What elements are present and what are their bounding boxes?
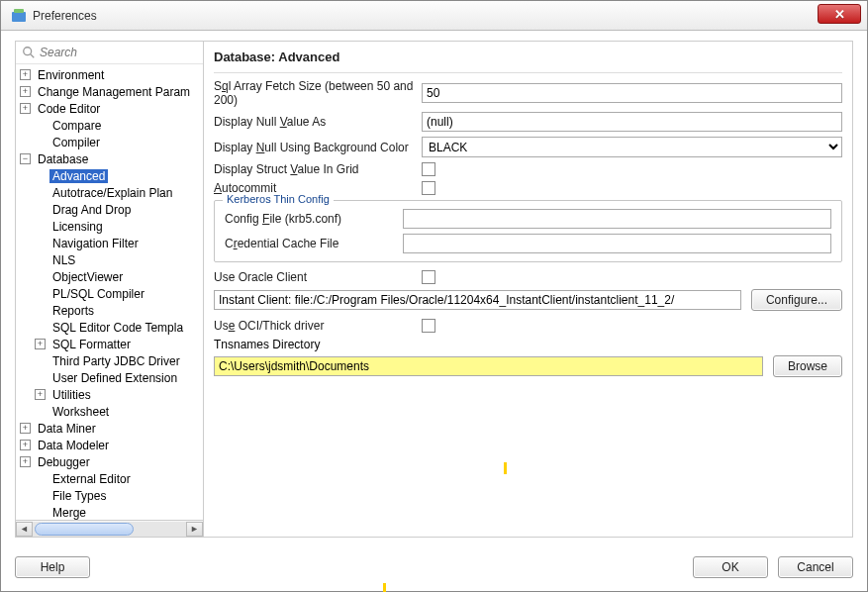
tree-item[interactable]: +Utilities: [16, 386, 203, 403]
tns-label: Tnsnames Directory: [214, 338, 320, 351]
tree-item[interactable]: File Types: [16, 487, 203, 504]
kerberos-cred-label: Credential Cache File: [225, 237, 403, 250]
search-row: [16, 42, 203, 64]
instant-client-input[interactable]: [214, 290, 741, 310]
category-tree[interactable]: +Environment+Change Management Param+Cod…: [16, 64, 203, 520]
null-value-input[interactable]: [422, 112, 842, 132]
tree-item[interactable]: ObjectViewer: [16, 268, 203, 285]
fetch-size-input[interactable]: [422, 83, 842, 103]
tree-item-label: Environment: [35, 68, 107, 82]
tree-item[interactable]: +Code Editor: [16, 100, 203, 117]
use-oracle-checkbox[interactable]: [422, 270, 435, 284]
tns-input[interactable]: [214, 356, 763, 376]
null-bg-select[interactable]: BLACK: [422, 137, 842, 157]
tns-row: Browse: [214, 355, 842, 377]
tree-item[interactable]: +Environment: [16, 66, 203, 83]
inner-frame: +Environment+Change Management Param+Cod…: [15, 41, 853, 538]
scroll-right-arrow[interactable]: ►: [186, 522, 203, 537]
tree-item[interactable]: +Change Management Param: [16, 83, 203, 100]
cancel-button[interactable]: Cancel: [778, 556, 853, 578]
tree-twisty-icon[interactable]: +: [20, 103, 31, 114]
tree-item[interactable]: −Database: [16, 150, 203, 167]
tree-item[interactable]: Navigation Filter: [16, 235, 203, 251]
tree-item[interactable]: SQL Editor Code Templa: [16, 319, 203, 336]
tree-item[interactable]: Merge: [16, 504, 203, 520]
tree-item-label: Third Party JDBC Driver: [49, 354, 183, 368]
fetch-size-row: Sql Array Fetch Size (between 50 and 200…: [214, 79, 842, 107]
search-input[interactable]: [40, 46, 197, 59]
tree-item-label: Data Miner: [35, 422, 99, 436]
tree-item[interactable]: +Debugger: [16, 453, 203, 470]
struct-checkbox[interactable]: [422, 162, 435, 176]
fetch-size-label: Sql Array Fetch Size (between 50 and 200…: [214, 79, 422, 107]
tree-twisty-icon[interactable]: +: [20, 69, 31, 80]
kerberos-group: Kerberos Thin Config Config File (krb5.c…: [214, 200, 842, 262]
horizontal-scrollbar[interactable]: ◄ ►: [16, 520, 203, 537]
browse-button[interactable]: Browse: [773, 355, 842, 377]
tree-item-label: Licensing: [49, 220, 106, 234]
tree-twisty-icon[interactable]: +: [20, 456, 31, 467]
titlebar: Preferences ✕: [1, 1, 867, 31]
scroll-left-arrow[interactable]: ◄: [16, 522, 33, 537]
configure-button[interactable]: Configure...: [751, 289, 842, 311]
tree-item[interactable]: Advanced: [16, 167, 203, 184]
svg-rect-0: [12, 12, 26, 22]
tree-item[interactable]: Compare: [16, 117, 203, 134]
tree-item-label: Change Management Param: [35, 85, 193, 99]
kerberos-config-input[interactable]: [403, 209, 831, 229]
tree-item-label: External Editor: [49, 472, 134, 486]
tree-item[interactable]: NLS: [16, 251, 203, 268]
tree-item[interactable]: Autotrace/Explain Plan: [16, 184, 203, 201]
close-icon: ✕: [834, 7, 845, 22]
ok-button[interactable]: OK: [693, 556, 768, 578]
tree-item[interactable]: +SQL Formatter: [16, 336, 203, 352]
scroll-track[interactable]: [33, 522, 186, 537]
search-icon: [22, 46, 36, 59]
tree-item-label: Compare: [49, 119, 104, 133]
tree-item-label: Worksheet: [49, 405, 112, 419]
help-button[interactable]: Help: [15, 556, 90, 578]
content-area: +Environment+Change Management Param+Cod…: [1, 31, 867, 591]
preferences-window: Preferences ✕ +Environment+Change Manage…: [0, 0, 868, 592]
tree-item[interactable]: +Data Modeler: [16, 437, 203, 453]
tree-twisty-icon[interactable]: −: [20, 153, 31, 164]
kerberos-cred-input[interactable]: [403, 234, 831, 253]
tree-twisty-icon[interactable]: +: [20, 423, 31, 434]
tree-item[interactable]: Licensing: [16, 218, 203, 235]
autocommit-checkbox[interactable]: [422, 181, 435, 195]
tree-item-label: Autotrace/Explain Plan: [49, 186, 175, 200]
tree-twisty-icon[interactable]: +: [35, 389, 46, 400]
scroll-thumb[interactable]: [35, 523, 134, 536]
tree-item-label: Navigation Filter: [49, 237, 142, 250]
page-heading: Database: Advanced: [214, 46, 842, 73]
null-bg-label: Display Null Using Background Color: [214, 141, 422, 154]
tree-item[interactable]: Reports: [16, 302, 203, 319]
use-oracle-row: Use Oracle Client: [214, 270, 842, 284]
tree-item[interactable]: User Defined Extension: [16, 369, 203, 386]
tree-twisty-icon[interactable]: +: [20, 440, 31, 450]
tree-item-label: PL/SQL Compiler: [49, 287, 147, 301]
tree-item[interactable]: Third Party JDBC Driver: [16, 352, 203, 369]
tree-item-label: Database: [35, 152, 91, 166]
tree-twisty-icon[interactable]: +: [20, 86, 31, 97]
tree-item[interactable]: +Data Miner: [16, 420, 203, 437]
tree-item[interactable]: Drag And Drop: [16, 201, 203, 218]
tree-item[interactable]: Compiler: [16, 134, 203, 150]
tree-item-label: SQL Editor Code Templa: [49, 321, 186, 335]
tree-item-label: Drag And Drop: [49, 203, 134, 217]
use-oracle-label: Use Oracle Client: [214, 270, 422, 284]
tree-item[interactable]: External Editor: [16, 470, 203, 487]
use-oci-label: Use OCI/Thick driver: [214, 319, 422, 333]
close-button[interactable]: ✕: [818, 4, 861, 24]
tree-item[interactable]: Worksheet: [16, 403, 203, 420]
use-oci-row: Use OCI/Thick driver: [214, 319, 842, 333]
tns-label-row: Tnsnames Directory: [214, 338, 842, 351]
tree-item-label: Debugger: [35, 455, 93, 469]
tree-twisty-icon[interactable]: +: [35, 339, 46, 349]
kerberos-config-label: Config File (krb5.conf): [225, 212, 403, 226]
window-title: Preferences: [33, 9, 97, 23]
tree-item[interactable]: PL/SQL Compiler: [16, 285, 203, 302]
tree-item-label: NLS: [49, 253, 78, 267]
tree-item-label: Advanced: [49, 169, 108, 183]
use-oci-checkbox[interactable]: [422, 319, 435, 333]
